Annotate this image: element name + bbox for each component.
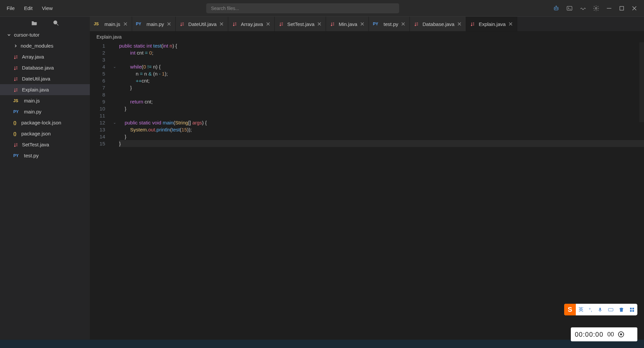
svg-line-13	[57, 24, 58, 26]
ime-toolbar[interactable]: S 英 °,	[564, 304, 637, 315]
close-icon[interactable]	[167, 22, 171, 26]
tree-file-DateUtil-java[interactable]: DateUtil.java	[0, 73, 90, 84]
svg-point-65	[331, 25, 332, 26]
tab-main-js[interactable]: JSmain.js	[90, 17, 132, 31]
line-gutter: 123456789101112131415	[90, 42, 113, 340]
ime-mic-icon[interactable]	[597, 307, 603, 312]
tree-file-package-json[interactable]: {}package.json	[0, 128, 90, 139]
svg-point-4	[556, 6, 557, 6]
close-icon[interactable]	[123, 22, 128, 26]
terminal-icon[interactable]	[566, 5, 573, 12]
gear-icon[interactable]	[593, 5, 599, 12]
svg-point-1	[555, 8, 556, 9]
wave-icon[interactable]	[579, 5, 586, 12]
tree-file-main-py[interactable]: PYmain.py	[0, 106, 90, 117]
ime-shirt-icon[interactable]	[619, 307, 624, 312]
tab-Database-java[interactable]: Database.java	[410, 17, 466, 31]
menu-edit[interactable]: Edit	[24, 5, 33, 11]
tab-test-py[interactable]: PYtest.py	[369, 17, 410, 31]
code-editor[interactable]: 123456789101112131415 ⌄⌄ public static i…	[90, 42, 644, 340]
svg-rect-94	[630, 310, 632, 312]
tree-folder-node-modules[interactable]: node_modules	[0, 40, 90, 51]
explorer-sidebar: cursor-tutornode_modulesArray.javaDataba…	[0, 17, 90, 340]
svg-point-12	[54, 21, 57, 24]
tab-main-py[interactable]: PYmain.py	[132, 17, 176, 31]
svg-rect-9	[620, 6, 623, 10]
svg-point-2	[557, 8, 558, 9]
close-icon[interactable]	[317, 22, 322, 26]
svg-point-20	[14, 69, 15, 70]
tab-bar: JSmain.jsPYmain.pyDateUtil.javaArray.jav…	[90, 17, 644, 32]
close-icon[interactable]	[266, 22, 270, 26]
close-icon[interactable]	[219, 22, 224, 26]
tree-file-main-js[interactable]: JSmain.js	[0, 95, 90, 106]
ime-lang[interactable]: 英	[578, 306, 583, 313]
tree-file-Database-java[interactable]: Database.java	[0, 62, 90, 73]
tab-Min-java[interactable]: Min.java	[326, 17, 369, 31]
svg-rect-92	[630, 308, 632, 309]
menu-view[interactable]: View	[42, 5, 53, 11]
ime-grid-icon[interactable]	[629, 307, 635, 312]
ime-punct-icon[interactable]: °,	[589, 307, 592, 312]
tab-Array-java[interactable]: Array.java	[228, 17, 274, 31]
close-icon[interactable]	[401, 22, 405, 26]
close-icon[interactable]	[457, 22, 462, 26]
tab-SetTest-java[interactable]: SetTest.java	[275, 17, 326, 31]
scrollbar[interactable]	[639, 42, 644, 122]
menu-file[interactable]: File	[7, 5, 15, 11]
svg-point-44	[181, 25, 182, 26]
timer-time: 00:00:00	[575, 331, 603, 338]
svg-point-15	[14, 58, 15, 59]
ime-keyboard-icon[interactable]	[608, 307, 613, 312]
tree-file-Array-java[interactable]: Array.java	[0, 51, 90, 62]
tree-file-test-py[interactable]: PYtest.py	[0, 150, 90, 161]
robot-icon[interactable]	[553, 5, 560, 12]
svg-point-7	[595, 7, 597, 9]
svg-rect-88	[608, 308, 613, 311]
tree-file-package-lock-json[interactable]: {}package-lock.json	[0, 117, 90, 128]
ime-brand-icon: S	[564, 304, 576, 315]
svg-rect-0	[554, 7, 558, 10]
tree-file-Explain-java[interactable]: Explain.java	[0, 84, 90, 95]
record-icon[interactable]	[618, 331, 624, 337]
status-bar	[0, 340, 644, 348]
breadcrumb[interactable]: Explain.java	[90, 32, 644, 42]
svg-rect-87	[599, 308, 601, 310]
tree-root[interactable]: cursor-tutor	[0, 29, 90, 40]
tree-file-SetTest-java[interactable]: SetTest.java	[0, 139, 90, 150]
svg-rect-93	[632, 308, 634, 309]
svg-rect-95	[632, 310, 634, 312]
menu-bar: File Edit View	[7, 5, 53, 11]
close-icon[interactable]	[508, 22, 513, 26]
svg-rect-5	[567, 6, 572, 10]
tab-Explain-java[interactable]: Explain.java	[466, 17, 517, 31]
maximize-button[interactable]	[619, 5, 625, 11]
close-icon[interactable]	[360, 22, 365, 26]
svg-point-51	[233, 25, 234, 26]
search-icon[interactable]	[53, 20, 59, 26]
svg-point-58	[280, 25, 281, 26]
timer-frames: 00	[607, 331, 614, 338]
tab-DateUtil-java[interactable]: DateUtil.java	[176, 17, 228, 31]
folder-icon[interactable]	[31, 20, 38, 26]
fold-column: ⌄⌄	[113, 42, 119, 340]
svg-point-30	[14, 91, 15, 92]
recording-timer[interactable]: 00:00:00 00	[571, 327, 637, 341]
close-button[interactable]	[631, 5, 637, 11]
svg-point-74	[415, 25, 416, 26]
svg-point-35	[14, 146, 15, 147]
titlebar: File Edit View Search files...	[0, 0, 644, 17]
minimize-button[interactable]	[606, 5, 612, 11]
svg-point-81	[471, 25, 472, 26]
svg-point-25	[14, 80, 15, 81]
search-input[interactable]: Search files...	[206, 3, 399, 13]
